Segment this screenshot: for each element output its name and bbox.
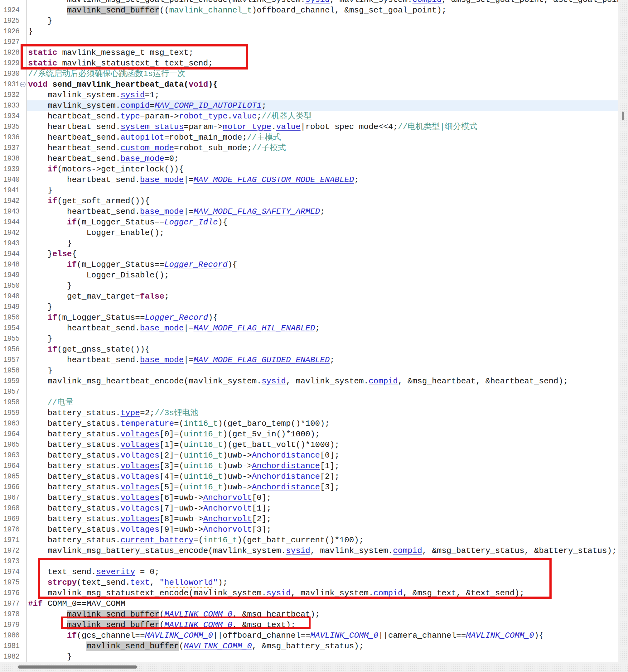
code-text: heartbeat_send.type=param->robot_type.va…	[27, 111, 618, 122]
code-line[interactable]: 1948 if(m_Logger_Status==Logger_Record){	[0, 259, 618, 270]
code-line[interactable]: 1977#if COMM_0==MAV_COMM	[0, 598, 618, 609]
code-line[interactable]: 1935 heartbeat_send.system_status=param-…	[0, 122, 618, 132]
horizontal-scrollbar-track[interactable]	[0, 662, 628, 672]
code-line-current[interactable]: 1933 mavlink_system.compid=MAV_COMP_ID_A…	[0, 100, 618, 111]
code-line[interactable]: 1929static mavlink_statustext_t text_sen…	[0, 58, 618, 69]
code-line[interactable]: 1955 }	[0, 334, 618, 344]
code-line[interactable]: 1970 battery_status.voltages[9]=uwb->Anc…	[0, 524, 618, 535]
code-line[interactable]: 1944 }else{	[0, 249, 618, 259]
code-line[interactable]: 1954 heartbeat_send.base_mode|=MAV_MODE_…	[0, 323, 618, 334]
fold-margin	[19, 334, 27, 344]
code-line[interactable]: 1943 heartbeat_send.base_mode|=MAV_MODE_…	[0, 206, 618, 217]
code-line[interactable]: 1925 }	[0, 16, 618, 26]
code-line[interactable]: 1978 mavlink_send_buffer(MAVLINK_COMM_0,…	[0, 609, 618, 620]
code-line[interactable]: 1926}	[0, 26, 618, 37]
code-line[interactable]: 1934 heartbeat_send.type=param->robot_ty…	[0, 111, 618, 122]
code-line[interactable]: 1964 battery_status.voltages[0]=(uint16_…	[0, 429, 618, 439]
code-text: battery_status.voltages[3]=(uint16_t)uwb…	[27, 461, 618, 471]
fold-margin	[19, 79, 27, 90]
code-text: }	[27, 16, 618, 26]
code-line[interactable]: 1936 heartbeat_send.autopilot=robot_main…	[0, 132, 618, 143]
code-text: battery_status.voltages[8]=uwb->Anchorvo…	[27, 514, 618, 524]
code-line[interactable]: 1973	[0, 556, 618, 567]
line-number: 1924	[0, 5, 19, 16]
code-line[interactable]: 1976 mavlink_msg_statustext_encode(mavli…	[0, 588, 618, 598]
code-text: if(get_gnss_state()){	[27, 344, 618, 355]
code-text: mavlink_send_buffer(MAVLINK_COMM_0, &msg…	[27, 641, 618, 651]
line-number: 1949	[0, 302, 19, 312]
line-number: 1942	[0, 196, 19, 206]
code-text-area[interactable]: mavlink_msg_set_goal_point_encode(mavlin…	[0, 0, 618, 662]
vertical-scrollbar-thumb[interactable]	[622, 112, 624, 120]
code-line[interactable]: 1958 }	[0, 365, 618, 376]
line-number: 1968	[0, 503, 19, 514]
code-line[interactable]: 1975 strcpy(text_send.text, "helloworld"…	[0, 577, 618, 588]
code-line[interactable]: 1969 battery_status.voltages[8]=uwb->Anc…	[0, 514, 618, 524]
code-line[interactable]: 1967 battery_status.voltages[6]=uwb->Anc…	[0, 493, 618, 503]
fold-margin	[19, 302, 27, 312]
code-line[interactable]: 1957	[0, 386, 618, 397]
code-line[interactable]: 1982 }	[0, 651, 618, 662]
fold-margin	[19, 609, 27, 620]
code-line[interactable]: 1938 heartbeat_send.base_mode=0;	[0, 153, 618, 164]
code-line[interactable]: 1927	[0, 37, 618, 47]
code-line[interactable]: mavlink_msg_set_goal_point_encode(mavlin…	[0, 0, 618, 5]
circled-minus-icon[interactable]	[20, 82, 26, 87]
code-line[interactable]: 1979 mavlink_send_buffer(MAVLINK_COMM_0,…	[0, 620, 618, 630]
code-line[interactable]: 1965 battery_status.voltages[1]=(uint16_…	[0, 439, 618, 450]
code-line[interactable]: 1950 }	[0, 281, 618, 291]
code-line[interactable]: 1948 get_mav_target=false;	[0, 291, 618, 302]
code-line[interactable]: 1974 text_send.severity = 0;	[0, 567, 618, 577]
code-line[interactable]: 1964 battery_status.voltages[3]=(uint16_…	[0, 461, 618, 471]
code-line[interactable]: 1959 mavlink_msg_heartbeat_encode(mavlin…	[0, 376, 618, 386]
code-text: mavlink_msg_battery_status_encode(mavlin…	[27, 546, 618, 556]
code-line[interactable]: 1968 battery_status.voltages[7]=uwb->Anc…	[0, 503, 618, 514]
code-line[interactable]: 1930//系统启动后必须确保心跳函数1s运行一次	[0, 69, 618, 79]
line-number: 1934	[0, 111, 19, 122]
code-line[interactable]: 1949 }	[0, 302, 618, 312]
code-line[interactable]: 1959 battery_status.type=2;//3s锂电池	[0, 408, 618, 418]
code-text: }	[27, 302, 618, 312]
code-line[interactable]: 1943 }	[0, 238, 618, 249]
line-number: 1931	[0, 79, 19, 90]
horizontal-scrollbar-thumb[interactable]	[18, 666, 137, 669]
code-line[interactable]: 1958 //电量	[0, 397, 618, 408]
code-line[interactable]: 1957 heartbeat_send.base_mode|=MAV_MODE_…	[0, 355, 618, 365]
code-line[interactable]: 1981 mavlink_send_buffer(MAVLINK_COMM_0,…	[0, 641, 618, 651]
code-line[interactable]: 1949 Logger_Disable();	[0, 270, 618, 281]
line-number: 1927	[0, 37, 19, 47]
code-line[interactable]: 1971 battery_status.current_battery=(int…	[0, 535, 618, 546]
code-line[interactable]: 1940 heartbeat_send.base_mode|=MAV_MODE_…	[0, 174, 618, 185]
vertical-scrollbar-track[interactable]	[618, 0, 628, 662]
fold-margin	[19, 174, 27, 185]
line-number: 1966	[0, 482, 19, 493]
code-line[interactable]: 1937 heartbeat_send.custom_mode=robot_su…	[0, 143, 618, 153]
fold-margin	[19, 26, 27, 37]
fold-margin	[19, 111, 27, 122]
code-line[interactable]: 1924 mavlink_send_buffer((mavlink_channe…	[0, 5, 618, 16]
code-line[interactable]: 1939 if(motors->get_interlock()){	[0, 164, 618, 174]
code-line[interactable]: 1950 if(m_Logger_Status==Logger_Record){	[0, 312, 618, 323]
line-number: 1941	[0, 185, 19, 196]
line-number: 1942	[0, 227, 19, 238]
code-line[interactable]: 1942 if(get_soft_armed()){	[0, 196, 618, 206]
code-line[interactable]: 1956 if(get_gnss_state()){	[0, 344, 618, 355]
line-number: 1969	[0, 514, 19, 524]
code-line[interactable]: 1965 battery_status.voltages[4]=(uint16_…	[0, 471, 618, 482]
fold-margin	[19, 132, 27, 143]
code-line[interactable]: 1932 mavlink_system.sysid=1;	[0, 90, 618, 100]
code-line[interactable]: 1963 battery_status.temperature=(int16_t…	[0, 418, 618, 429]
code-line[interactable]: 1966 battery_status.voltages[5]=(uint16_…	[0, 482, 618, 493]
line-number: 1944	[0, 217, 19, 227]
code-line[interactable]: 1942 Logger_Enable();	[0, 227, 618, 238]
code-line[interactable]: 1972 mavlink_msg_battery_status_encode(m…	[0, 546, 618, 556]
code-line[interactable]: 1963 battery_status.voltages[2]=(uint16_…	[0, 450, 618, 461]
code-line[interactable]: 1928static mavlink_message_t msg_text;	[0, 47, 618, 58]
fold-margin	[19, 524, 27, 535]
code-line[interactable]: 1980 if(gcs_channel==MAVLINK_COMM_0||off…	[0, 630, 618, 641]
code-text: Logger_Disable();	[27, 270, 618, 281]
code-line[interactable]: 1931void send_mavlink_heartbeat_data(voi…	[0, 79, 618, 90]
code-text: heartbeat_send.autopilot=robot_main_mode…	[27, 132, 618, 143]
code-line[interactable]: 1941 }	[0, 185, 618, 196]
code-line[interactable]: 1944 if(m_Logger_Status==Logger_Idle){	[0, 217, 618, 227]
